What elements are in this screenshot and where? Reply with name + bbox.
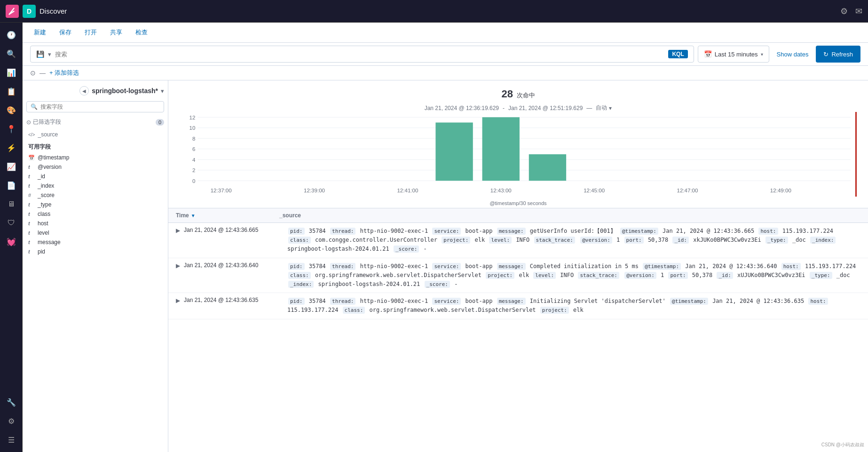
field-search-box: 🔍 [26, 101, 164, 112]
results-header: Time ▼ _source [168, 208, 868, 223]
new-button[interactable]: 新建 [30, 26, 50, 39]
field-item[interactable]: tmessage [26, 238, 164, 247]
kibana-logo[interactable] [6, 5, 19, 18]
dropdown-indicator[interactable]: ▾ [48, 51, 51, 58]
show-dates-button[interactable]: Show dates [773, 49, 813, 60]
svg-text:12:47:00: 12:47:00 [677, 188, 698, 193]
field-type-icon: t [28, 249, 35, 254]
col-source-header: _source [279, 212, 860, 219]
field-item[interactable]: thost [26, 219, 164, 228]
filter-dash: — [39, 70, 46, 77]
field-type-icon: # [28, 192, 35, 198]
source-field-item[interactable]: </> _source [26, 130, 164, 139]
col-time-header[interactable]: Time ▼ [176, 212, 279, 219]
field-name-label: @timestamp [38, 154, 70, 161]
sidebar-icon-logs[interactable]: 📄 [3, 177, 20, 194]
field-search-icon: 🔍 [31, 103, 38, 110]
selected-count-badge: 0 [156, 119, 164, 126]
time-picker[interactable]: 📅 Last 15 minutes ▾ [698, 46, 769, 63]
sidebar-icon-settings[interactable]: ⚙ [3, 412, 20, 429]
table-row: ▶Jan 21, 2024 @ 12:43:36.665pid: 35784 t… [168, 223, 868, 258]
index-pattern-name[interactable]: springboot-logstash* [92, 87, 158, 95]
sidebar-icon-apm[interactable]: 📈 [3, 158, 20, 175]
results-area[interactable]: Time ▼ _source ▶Jan 21, 2024 @ 12:43:36.… [168, 208, 868, 452]
field-name-label: level [38, 230, 49, 236]
main-content: 新建 保存 打开 共享 检查 💾 ▾ KQL 📅 Last 15 minutes… [23, 23, 868, 452]
chart-area: 28 次命中 Jan 21, 2024 @ 12:36:19.629 - Jan… [168, 80, 868, 208]
top-nav: D Discover ⚙ ✉ [0, 0, 868, 23]
svg-text:12: 12 [189, 115, 196, 120]
expand-row-button[interactable]: ▶ [176, 262, 180, 269]
available-fields-header: 可用字段 [26, 139, 164, 153]
app-title: Discover [39, 7, 836, 15]
layout: 🕐 🔍 📊 📋 🎨 📍 ⚡ 📈 📄 🖥 🛡 💓 🔧 ⚙ ☰ 新建 保存 打开 共… [0, 23, 868, 452]
field-item[interactable]: t@version [26, 162, 164, 172]
field-item[interactable]: t_index [26, 181, 164, 190]
sidebar-icon-infra[interactable]: 🖥 [3, 196, 20, 213]
expand-row-button[interactable]: ▶ [176, 297, 180, 304]
date-from: Jan 21, 2024 @ 12:36:19.629 [425, 105, 499, 111]
sidebar-icon-dashboard[interactable]: 📋 [3, 83, 20, 100]
expand-row-button[interactable]: ▶ [176, 227, 180, 234]
result-time: Jan 21, 2024 @ 12:43:36.665 [184, 227, 287, 233]
svg-text:12:39:00: 12:39:00 [304, 188, 325, 193]
field-type-icon: t [28, 221, 35, 226]
hit-label: 次命中 [517, 92, 535, 99]
settings-icon[interactable]: ⚙ [840, 6, 848, 16]
chart-wrapper: 02468101212:37:0012:39:0012:41:0012:43:0… [180, 112, 857, 197]
svg-text:12:45:00: 12:45:00 [584, 188, 605, 193]
index-pattern-dropdown[interactable]: ▾ [161, 87, 164, 95]
field-item[interactable]: #_score [26, 190, 164, 200]
svg-text:8: 8 [192, 136, 195, 141]
results-rows: ▶Jan 21, 2024 @ 12:43:36.665pid: 35784 t… [168, 223, 868, 319]
refresh-button[interactable]: ↻ Refresh [816, 46, 860, 63]
sidebar-icon-maps[interactable]: 📍 [3, 120, 20, 137]
field-name-label: class [38, 211, 50, 217]
field-search-input[interactable] [40, 103, 160, 110]
search-input[interactable] [55, 51, 664, 58]
sidebar-icon-discover[interactable]: 🔍 [3, 45, 20, 62]
sidebar-icon-recent[interactable]: 🕐 [3, 26, 20, 43]
field-type-icon: t [28, 174, 35, 179]
scroll-indicator [855, 112, 857, 197]
open-button[interactable]: 打开 [81, 26, 101, 39]
field-name-label: _type [38, 201, 51, 208]
field-item[interactable]: tclass [26, 209, 164, 219]
sidebar-icon-canvas[interactable]: 🎨 [3, 102, 20, 119]
refresh-label: Refresh [831, 51, 853, 58]
filter-bar: ⊙ — + 添加筛选 [23, 66, 868, 80]
sidebar-icon-menu[interactable]: ☰ [3, 431, 20, 448]
sidebar-icon-devtools[interactable]: 🔧 [3, 394, 20, 411]
auto-select[interactable]: 自动 [596, 104, 612, 112]
index-pattern-row: ◀ springboot-logstash* ▾ [26, 84, 164, 97]
field-item[interactable]: tlevel [26, 228, 164, 238]
collapse-left-button[interactable]: ◀ [79, 86, 89, 95]
field-item[interactable]: t_type [26, 200, 164, 209]
svg-rect-15 [482, 117, 520, 181]
chart-svg: 02468101212:37:0012:39:0012:41:0012:43:0… [180, 112, 857, 197]
kql-badge[interactable]: KQL [668, 50, 687, 58]
field-item[interactable]: 📅@timestamp [26, 153, 164, 162]
field-name-label: pid [38, 248, 45, 255]
sidebar-icon-uptime[interactable]: 💓 [3, 233, 20, 250]
field-item[interactable]: tpid [26, 247, 164, 256]
table-row: ▶Jan 21, 2024 @ 12:43:36.640pid: 35784 t… [168, 258, 868, 293]
mail-icon[interactable]: ✉ [855, 6, 862, 16]
sidebar-icon-siem[interactable]: 🛡 [3, 214, 20, 231]
app-icon: D [23, 5, 36, 18]
share-button[interactable]: 共享 [106, 26, 126, 39]
date-to: Jan 21, 2024 @ 12:51:19.629 [508, 105, 583, 111]
svg-text:10: 10 [189, 126, 196, 131]
sidebar-icon-visualize[interactable]: 📊 [3, 64, 20, 81]
inspect-button[interactable]: 检查 [132, 26, 151, 39]
svg-text:4: 4 [192, 157, 195, 162]
add-filter-button[interactable]: + 添加筛选 [49, 69, 79, 77]
svg-text:12:43:00: 12:43:00 [490, 188, 512, 193]
save-button[interactable]: 保存 [55, 26, 75, 39]
chart-axis-label: @timestamp/30 seconds [180, 200, 857, 206]
result-time: Jan 21, 2024 @ 12:43:36.635 [184, 297, 287, 303]
svg-rect-14 [435, 123, 473, 181]
field-item[interactable]: t_id [26, 172, 164, 181]
sidebar-icon-ml[interactable]: ⚡ [3, 139, 20, 156]
save-icon: 💾 [36, 50, 44, 58]
